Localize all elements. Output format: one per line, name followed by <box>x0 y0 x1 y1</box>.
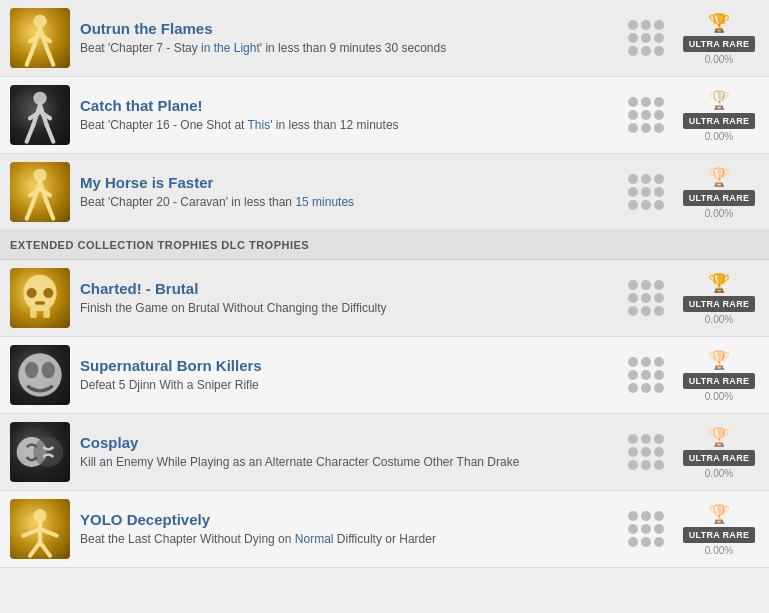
svg-line-37 <box>40 529 57 536</box>
dots-horse <box>628 174 664 210</box>
svg-line-11 <box>47 125 54 142</box>
trophy-info-horse: My Horse is FasterBeat 'Chapter 20 - Car… <box>80 174 618 211</box>
trophy-badge-charted: 🏆ULTRA RARE0.00% <box>679 272 759 325</box>
svg-line-20 <box>40 189 50 196</box>
ultra-rare-badge-outrun: ULTRA RARE <box>683 36 756 52</box>
svg-rect-22 <box>30 308 37 318</box>
rarity-pct-horse: 0.00% <box>705 208 733 219</box>
trophy-row-horse: My Horse is FasterBeat 'Chapter 20 - Car… <box>0 154 769 231</box>
svg-line-6 <box>40 35 50 42</box>
trophy-row-outrun: Outrun the FlamesBeat 'Chapter 7 - Stay … <box>0 0 769 77</box>
dots-outrun <box>628 20 664 56</box>
svg-line-34 <box>30 542 40 555</box>
trophy-badge-supernatural: 🏆ULTRA RARE0.00% <box>679 349 759 402</box>
trophy-cup-outrun: 🏆 <box>708 12 730 34</box>
trophy-icon-yolo <box>10 499 70 559</box>
trophy-title-horse: My Horse is Faster <box>80 174 618 191</box>
trophy-badge-yolo: 🏆ULTRA RARE0.00% <box>679 503 759 556</box>
rarity-pct-catch: 0.00% <box>705 131 733 142</box>
trophy-desc-horse: Beat 'Chapter 20 - Caravan' in less than… <box>80 194 618 211</box>
trophy-row-charted: Charted! - BrutalFinish the Game on Brut… <box>0 260 769 337</box>
trophy-icon-supernatural <box>10 345 70 405</box>
ultra-rare-badge-catch: ULTRA RARE <box>683 113 756 129</box>
svg-rect-26 <box>35 301 45 304</box>
trophy-badge-catch: 🏆ULTRA RARE0.00% <box>679 89 759 142</box>
trophy-icon-charted <box>10 268 70 328</box>
svg-line-3 <box>27 48 34 65</box>
trophy-row-supernatural: Supernatural Born KillersDefeat 5 Djinn … <box>0 337 769 414</box>
trophy-info-cosplay: CosplayKill an Enemy While Playing as an… <box>80 434 618 471</box>
ultra-rare-badge-yolo: ULTRA RARE <box>683 527 756 543</box>
trophy-title-charted: Charted! - Brutal <box>80 280 618 297</box>
rarity-pct-supernatural: 0.00% <box>705 391 733 402</box>
trophy-title-yolo: YOLO Deceptively <box>80 511 618 528</box>
trophy-badge-outrun: 🏆ULTRA RARE0.00% <box>679 12 759 65</box>
trophy-desc-cosplay: Kill an Enemy While Playing as an Altern… <box>80 454 618 471</box>
dlc-section-header: EXTENDED COLLECTION TROPHIES DLC TROPHIE… <box>0 231 769 260</box>
trophy-desc-charted: Finish the Game on Brutal Without Changi… <box>80 300 618 317</box>
dots-catch <box>628 97 664 133</box>
ultra-rare-badge-cosplay: ULTRA RARE <box>683 450 756 466</box>
trophy-desc-supernatural: Defeat 5 Djinn With a Sniper Rifle <box>80 377 618 394</box>
svg-rect-23 <box>43 308 50 318</box>
svg-line-18 <box>47 202 54 219</box>
trophy-title-outrun: Outrun the Flames <box>80 20 618 37</box>
trophy-icon-outrun <box>10 8 70 68</box>
svg-point-31 <box>33 437 63 467</box>
trophy-row-catch: Catch that Plane!Beat 'Chapter 16 - One … <box>0 77 769 154</box>
svg-point-29 <box>42 362 55 379</box>
trophy-cup-yolo: 🏆 <box>708 503 730 525</box>
trophy-desc-yolo: Beat the Last Chapter Without Dying on N… <box>80 531 618 548</box>
svg-point-28 <box>25 362 38 379</box>
trophy-title-supernatural: Supernatural Born Killers <box>80 357 618 374</box>
svg-line-36 <box>23 529 40 536</box>
rarity-pct-charted: 0.00% <box>705 314 733 325</box>
trophy-desc-catch: Beat 'Chapter 16 - One Shot at This' in … <box>80 117 618 134</box>
svg-line-13 <box>40 112 50 119</box>
dots-yolo <box>628 511 664 547</box>
svg-point-24 <box>27 288 37 298</box>
trophy-row-yolo: YOLO DeceptivelyBeat the Last Chapter Wi… <box>0 491 769 568</box>
trophy-icon-catch <box>10 85 70 145</box>
trophy-cup-horse: 🏆 <box>708 166 730 188</box>
ultra-rare-badge-horse: ULTRA RARE <box>683 190 756 206</box>
dots-supernatural <box>628 357 664 393</box>
svg-point-25 <box>43 288 53 298</box>
trophy-cup-catch: 🏆 <box>708 89 730 111</box>
trophy-info-charted: Charted! - BrutalFinish the Game on Brut… <box>80 280 618 317</box>
trophy-cup-cosplay: 🏆 <box>708 426 730 448</box>
trophy-title-cosplay: Cosplay <box>80 434 618 451</box>
trophy-cup-supernatural: 🏆 <box>708 349 730 371</box>
svg-line-35 <box>40 542 50 555</box>
trophy-desc-outrun: Beat 'Chapter 7 - Stay in the Light' in … <box>80 40 618 57</box>
trophy-icon-horse <box>10 162 70 222</box>
trophy-info-yolo: YOLO DeceptivelyBeat the Last Chapter Wi… <box>80 511 618 548</box>
trophy-cup-charted: 🏆 <box>708 272 730 294</box>
trophy-badge-horse: 🏆ULTRA RARE0.00% <box>679 166 759 219</box>
svg-line-10 <box>27 125 34 142</box>
trophy-row-cosplay: CosplayKill an Enemy While Playing as an… <box>0 414 769 491</box>
trophy-info-supernatural: Supernatural Born KillersDefeat 5 Djinn … <box>80 357 618 394</box>
trophy-icon-cosplay <box>10 422 70 482</box>
rarity-pct-outrun: 0.00% <box>705 54 733 65</box>
ultra-rare-badge-supernatural: ULTRA RARE <box>683 373 756 389</box>
ultra-rare-badge-charted: ULTRA RARE <box>683 296 756 312</box>
trophy-info-catch: Catch that Plane!Beat 'Chapter 16 - One … <box>80 97 618 134</box>
svg-line-4 <box>47 48 54 65</box>
dots-cosplay <box>628 434 664 470</box>
rarity-pct-cosplay: 0.00% <box>705 468 733 479</box>
section-label: EXTENDED COLLECTION TROPHIES DLC TROPHIE… <box>10 239 309 251</box>
trophy-title-catch: Catch that Plane! <box>80 97 618 114</box>
trophy-badge-cosplay: 🏆ULTRA RARE0.00% <box>679 426 759 479</box>
rarity-pct-yolo: 0.00% <box>705 545 733 556</box>
svg-line-17 <box>27 202 34 219</box>
trophy-info-outrun: Outrun the FlamesBeat 'Chapter 7 - Stay … <box>80 20 618 57</box>
dots-charted <box>628 280 664 316</box>
